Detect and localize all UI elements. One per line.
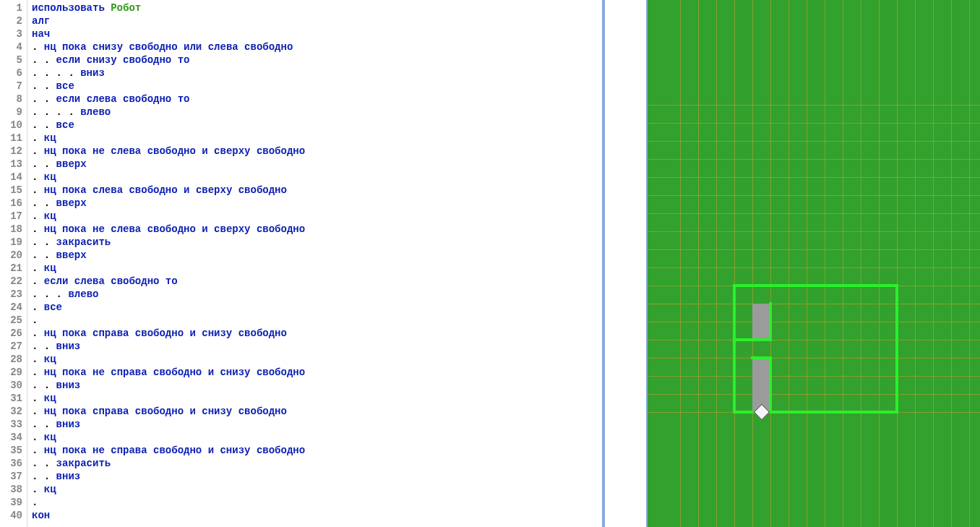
grid-line	[680, 0, 681, 527]
code-area[interactable]: использовать Роботалгнач. нц пока снизу …	[27, 0, 602, 527]
code-token: .	[32, 367, 44, 378]
code-line[interactable]: . нц пока не слева свободно и сверху сво…	[32, 145, 602, 158]
code-line[interactable]: . кц	[32, 132, 602, 145]
code-token: справа свободно	[111, 367, 207, 378]
code-editor[interactable]: 1234567891011121314151617181920212223242…	[0, 0, 603, 527]
grid-line	[933, 0, 934, 527]
line-number: 18	[0, 223, 22, 236]
grid-line	[648, 267, 980, 268]
code-line[interactable]: . нц пока слева свободно и сверху свобод…	[32, 184, 602, 197]
code-line[interactable]: . . вниз	[32, 340, 602, 353]
code-line[interactable]: . . вверх	[32, 197, 602, 210]
wall	[751, 356, 772, 359]
code-token: .	[32, 301, 44, 313]
code-line[interactable]: . нц пока снизу свободно или слева свобо…	[32, 40, 602, 53]
code-token: слева свободно	[111, 145, 202, 157]
line-number: 40	[0, 509, 22, 522]
code-token: и	[189, 327, 202, 339]
code-line[interactable]: . нц пока не справа свободно и снизу сво…	[32, 366, 602, 379]
wall	[895, 284, 898, 414]
line-number: 31	[0, 392, 22, 405]
code-line[interactable]: . кц	[32, 262, 602, 275]
painted-cell	[752, 322, 770, 340]
code-line[interactable]: . . все	[32, 80, 602, 93]
code-token: снизу свободно	[93, 41, 184, 53]
code-line[interactable]: .	[32, 314, 602, 327]
code-line[interactable]: . . закрасить	[32, 457, 602, 470]
code-line[interactable]: .	[32, 496, 602, 509]
code-token: вниз	[56, 471, 81, 482]
code-token: кц	[44, 432, 56, 443]
code-token: снизу свободно	[220, 367, 305, 378]
code-token: вниз	[56, 419, 81, 430]
code-token: .	[32, 210, 44, 222]
code-token: . . . .	[32, 106, 80, 118]
code-line[interactable]: . . . . вниз	[32, 67, 602, 80]
code-line[interactable]: использовать Робот	[32, 1, 602, 14]
code-line[interactable]: . . закрасить	[32, 236, 602, 249]
grid-line	[861, 0, 861, 527]
code-token: сверху свободно	[196, 184, 287, 196]
grid-line	[648, 159, 980, 160]
code-line[interactable]: . кц	[32, 210, 602, 223]
code-token: .	[32, 327, 44, 339]
code-line[interactable]: . . вниз	[32, 470, 602, 483]
painted-cell	[752, 358, 770, 376]
robot-field[interactable]	[648, 0, 980, 527]
code-line[interactable]: . кц	[32, 392, 602, 405]
code-token: слева свободно	[74, 275, 166, 287]
code-token: вниз	[80, 67, 105, 79]
code-line[interactable]: . нц пока справа свободно и снизу свобод…	[32, 405, 602, 418]
code-token: . .	[32, 419, 56, 430]
line-number: 16	[0, 197, 22, 210]
code-token: кц	[44, 484, 56, 495]
code-line[interactable]: . кц	[32, 483, 602, 496]
code-token: все	[56, 80, 74, 92]
code-line[interactable]: . все	[32, 301, 602, 314]
code-line[interactable]: . . вниз	[32, 379, 602, 392]
code-line[interactable]: . нц пока не справа свободно и снизу сво…	[32, 444, 602, 457]
grid-line	[648, 304, 980, 304]
code-token: . .	[32, 80, 56, 92]
code-line[interactable]: . . вверх	[32, 158, 602, 171]
code-line[interactable]: . кц	[32, 431, 602, 444]
code-line[interactable]: . если слева свободно то	[32, 275, 602, 288]
code-token: .	[32, 354, 44, 365]
code-token: или	[184, 41, 208, 53]
line-number: 26	[0, 327, 22, 340]
code-token: .	[32, 484, 44, 495]
code-line[interactable]: . . все	[32, 119, 602, 132]
grid-line	[788, 0, 789, 527]
grid-line	[648, 123, 980, 124]
code-token: снизу свободно	[87, 54, 178, 66]
grid-line	[897, 0, 898, 527]
code-line[interactable]: алг	[32, 14, 602, 27]
code-line[interactable]: . . . влево	[32, 288, 602, 301]
line-number: 7	[0, 80, 22, 93]
grid-line	[648, 322, 980, 322]
code-token: .	[32, 41, 44, 53]
code-line[interactable]: . . вниз	[32, 418, 602, 431]
code-token: .	[32, 262, 44, 274]
code-token: кц	[44, 132, 56, 144]
code-token: кц	[44, 393, 56, 404]
code-token: справа свободно	[111, 445, 207, 456]
code-line[interactable]: . . если слева свободно то	[32, 93, 602, 106]
code-line[interactable]: . кц	[32, 171, 602, 184]
code-line[interactable]: нач	[32, 27, 602, 40]
code-line[interactable]: . кц	[32, 353, 602, 366]
code-line[interactable]: . . вверх	[32, 249, 602, 262]
code-token: то	[178, 54, 190, 66]
code-token: влево	[80, 106, 111, 118]
code-line[interactable]: . нц пока справа свободно и снизу свобод…	[32, 327, 602, 340]
line-number: 27	[0, 340, 22, 353]
code-line[interactable]: . . . . влево	[32, 106, 602, 119]
code-line[interactable]: . нц пока не слева свободно и сверху сво…	[32, 223, 602, 236]
code-token: все	[44, 301, 62, 313]
code-token: и	[208, 445, 220, 456]
code-line[interactable]: кон	[32, 509, 602, 522]
code-token: все	[56, 119, 74, 131]
code-line[interactable]: . . если снизу свободно то	[32, 53, 602, 67]
code-token: слева свободно	[87, 93, 178, 105]
code-token: вверх	[56, 249, 87, 261]
